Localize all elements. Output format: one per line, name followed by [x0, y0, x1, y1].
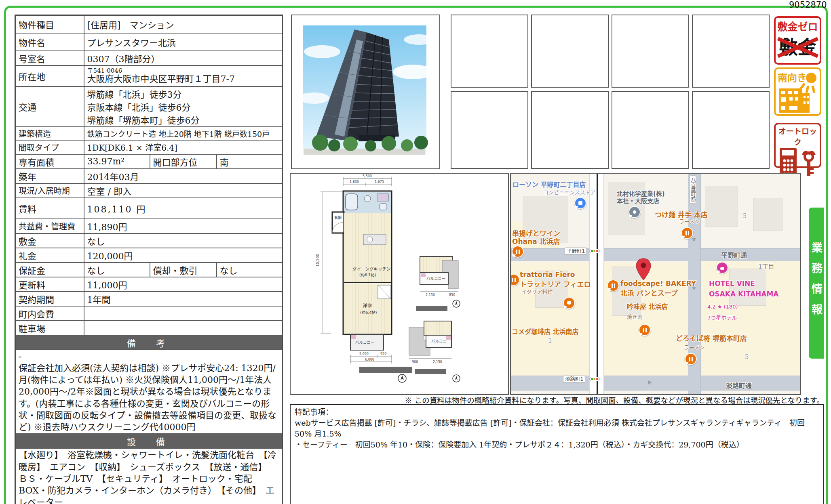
photo-placeholder [612, 15, 689, 88]
key-money: 120,000円 [84, 248, 283, 262]
business-info-tab-label: 業務情報 [808, 242, 824, 324]
svg-text:1,830: 1,830 [350, 180, 359, 184]
special-notes-box: 特記事項： webサービス広告掲載 [許可]・チラシ、雑誌等掲載広告 [許可]・… [290, 404, 824, 504]
map-building [753, 198, 782, 231]
svg-text:10,500: 10,500 [316, 254, 320, 267]
poi-dorosoba: どろそば将 堺筋本町店 [676, 333, 747, 343]
built-year: 2014年03月 [84, 169, 283, 183]
svg-text:950: 950 [380, 352, 386, 356]
occupancy-status: 空室 / 即入 [84, 183, 283, 198]
row-label-rent: 賃料 [15, 198, 84, 219]
svg-text:バルコニー: バルコニー [431, 339, 450, 343]
row-label-status: 現況/入居時期 [15, 183, 84, 198]
map-building [705, 186, 738, 227]
room-number: 0307（3階部分） [84, 51, 283, 65]
access-cell: 堺筋線「北浜」徒歩3分 京阪本線「北浜」徒歩6分 堺筋線「堺筋本町」徒歩6分 [84, 86, 283, 127]
document-number: 9052870 [789, 0, 827, 10]
poi-ginmiya: 吟味屋 北浜店 [627, 301, 668, 311]
access-line-2: 京阪本線「北浜」徒歩6分 [87, 100, 279, 113]
photo-placeholder [531, 91, 609, 169]
property-spec-table: 物件種目[住居用] マンション 物件名プレサンスタワー北浜 号室名0307（3階… [15, 15, 283, 504]
row-label-structure: 建築構造 [15, 127, 84, 140]
equipment-text: 【水廻り】 浴室乾燥機・シャワートイレ・洗髪洗面化粧台 【冷暖房】 エアコン 【… [15, 448, 283, 504]
compass-icon [398, 374, 406, 382]
svg-text:洋室: 洋室 [363, 303, 372, 309]
poi-kitamura-line2: 本社・大阪支店 [617, 196, 659, 205]
svg-text:2,150: 2,150 [426, 293, 435, 297]
poi-hotel-rating: 4.2 ★ (180) [707, 304, 738, 310]
guarantee-deposit: なし [84, 262, 150, 277]
building-photo-illustration [292, 15, 438, 167]
bakery-pin [607, 279, 619, 299]
row-label-chonai: 町内会費 [15, 306, 84, 321]
renewal-fee: 11,000円 [84, 277, 283, 292]
svg-text:850: 850 [449, 293, 455, 297]
row-label-guarantee: 保証金 [15, 262, 84, 277]
destination-pin-icon [635, 258, 652, 281]
address-cell: 〒541-0046大阪府大阪市中央区平野町１丁目7-7 [84, 65, 283, 86]
row-label-deposit: 敷金 [15, 233, 84, 248]
row-label-room: 号室名 [15, 51, 84, 65]
poi-lawson-category: コンビニエンスストア [543, 188, 596, 196]
row-label-amortization: 償却・敷引 [150, 262, 217, 277]
restaurant-pin [685, 353, 697, 373]
poi-foodscape: foodscape! BAKERY [620, 279, 696, 288]
restaurant-pin [512, 246, 524, 265]
intersection-badge-awajimachi1: 淡路町1 [563, 376, 585, 383]
svg-text:(約6.1帖): (約6.1帖) [359, 273, 376, 277]
poi-dorosoba-category: ラーメン [684, 343, 704, 351]
svg-text:1,675: 1,675 [375, 180, 384, 184]
svg-text:5,500: 5,500 [363, 174, 372, 178]
row-label-layout: 間取タイプ [15, 140, 84, 154]
block-number: 5 [745, 353, 749, 361]
svg-text:(約6.4帖): (約6.4帖) [360, 310, 377, 315]
badge-no-deposit-title: 敷金ゼロ [776, 19, 820, 33]
direction: 南 [217, 154, 283, 169]
management-fee: 11,890円 [84, 219, 283, 233]
poi-tsukemen-category: ラーメン [679, 217, 700, 225]
building-photo [291, 15, 440, 169]
disclaimer-note: ※ この資料は物件の概略紹介資料になります。写真、間取図面、設備、概要などが現況… [290, 395, 824, 405]
row-label-address: 所在地 [15, 65, 84, 86]
badge-no-deposit: 敷金ゼロ 敷金 [774, 16, 821, 65]
row-label-name: 物件名 [15, 33, 84, 51]
block-number: 1 [548, 337, 552, 344]
row-label-built: 築年 [15, 169, 84, 183]
structure: 鉄筋コンクリート造 地上20階 地下1階 総戸数150戸 [84, 127, 283, 140]
remarks-dash: - [19, 351, 279, 362]
generic-poi-pin [629, 206, 641, 226]
street-label-yaoyamachi: 八百屋町筋 [690, 175, 696, 204]
subway-line [597, 174, 598, 394]
special-notes-line2: ・セーフティー 初回50% 年10・保険：保険要加入 1年契約・プレサポ２４：1… [295, 439, 819, 450]
badge-south-facing: 南向き [774, 67, 821, 116]
sun-building-icon [776, 69, 820, 114]
road-hiranomachi-dori [511, 248, 800, 261]
row-value-type: [住居用] マンション [84, 15, 283, 33]
rent-amount: 108,110 円 [84, 198, 283, 219]
poi-hotel-line2: OSAKA KITAHAMA [709, 290, 779, 298]
deposit: なし [84, 233, 283, 248]
neighborhood-fee [84, 306, 283, 321]
parking [84, 321, 283, 335]
row-label-parking: 駐車場 [15, 321, 84, 335]
photo-placeholder [531, 15, 609, 88]
special-notes-title: 特記事項： [295, 407, 819, 418]
poi-trattoria-category: イタリア料理 [521, 288, 553, 295]
traffic-light-icon [589, 249, 600, 253]
svg-text:バルコニー: バルコニー [355, 340, 374, 344]
poi-lawson: ローソン 平野町二丁目店 [513, 179, 586, 189]
floor-plan-drawing: 5,500 1,830 1,675 10,500 玄関 ダイニングキッチン (約… [291, 174, 506, 393]
traffic-light-icon [589, 377, 600, 381]
floor-plan: 5,500 1,830 1,675 10,500 玄関 ダイニングキッチン (約… [290, 173, 509, 395]
street-label-hiranomachi: 平野町通 [721, 250, 747, 260]
access-line-3: 堺筋線「堺筋本町」徒歩6分 [87, 113, 279, 126]
block-label-1chome: 1丁目 [758, 262, 774, 270]
poi-hotel-class: 3つ星ホテル [707, 313, 737, 321]
address: 大阪府大阪市中央区平野町１丁目7-7 [87, 74, 235, 84]
road-awajimachi-dori [511, 376, 800, 391]
convenience-store-pin [574, 197, 586, 217]
row-label-direction: 開口部方位 [150, 154, 217, 169]
poi-kushiage-line2: Ohana 北浜店 [512, 236, 560, 246]
poi-hotel: HOTEL VINE [709, 279, 755, 288]
remarks-cell: -保証会社加入必須(法人契約は相談) ※プレサポ安心24: 1320円/月(物件… [15, 350, 283, 434]
